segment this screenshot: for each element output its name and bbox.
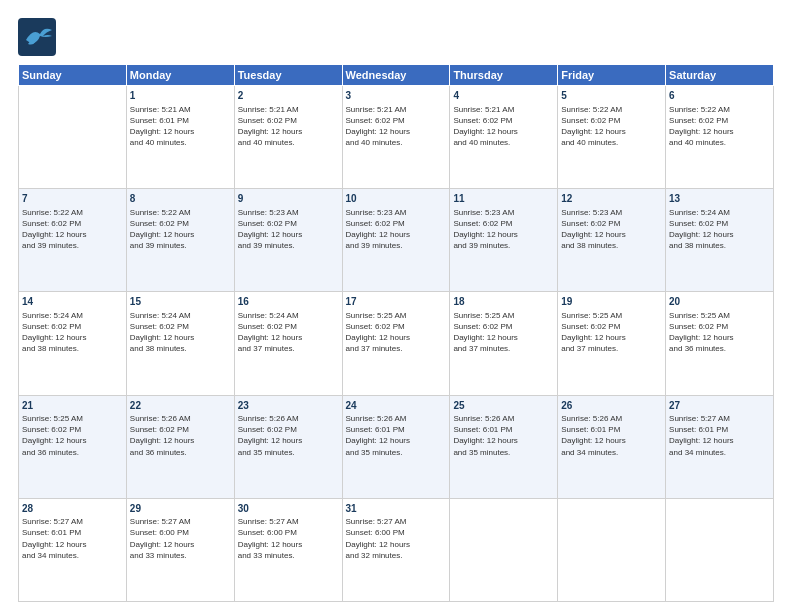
calendar-cell: 22Sunrise: 5:26 AM Sunset: 6:02 PM Dayli…	[126, 395, 234, 498]
day-number: 9	[238, 192, 339, 206]
calendar-cell: 23Sunrise: 5:26 AM Sunset: 6:02 PM Dayli…	[234, 395, 342, 498]
day-info: Sunrise: 5:24 AM Sunset: 6:02 PM Dayligh…	[238, 310, 339, 355]
calendar-cell: 6Sunrise: 5:22 AM Sunset: 6:02 PM Daylig…	[666, 86, 774, 189]
day-info: Sunrise: 5:26 AM Sunset: 6:02 PM Dayligh…	[130, 413, 231, 458]
day-info: Sunrise: 5:23 AM Sunset: 6:02 PM Dayligh…	[238, 207, 339, 252]
day-number: 18	[453, 295, 554, 309]
col-header-sunday: Sunday	[19, 65, 127, 86]
header	[18, 18, 774, 56]
calendar-cell: 7Sunrise: 5:22 AM Sunset: 6:02 PM Daylig…	[19, 189, 127, 292]
day-info: Sunrise: 5:25 AM Sunset: 6:02 PM Dayligh…	[346, 310, 447, 355]
calendar-cell: 4Sunrise: 5:21 AM Sunset: 6:02 PM Daylig…	[450, 86, 558, 189]
day-info: Sunrise: 5:24 AM Sunset: 6:02 PM Dayligh…	[22, 310, 123, 355]
calendar-cell: 19Sunrise: 5:25 AM Sunset: 6:02 PM Dayli…	[558, 292, 666, 395]
day-info: Sunrise: 5:25 AM Sunset: 6:02 PM Dayligh…	[561, 310, 662, 355]
day-number: 24	[346, 399, 447, 413]
day-number: 30	[238, 502, 339, 516]
page: SundayMondayTuesdayWednesdayThursdayFrid…	[0, 0, 792, 612]
day-number: 27	[669, 399, 770, 413]
header-row: SundayMondayTuesdayWednesdayThursdayFrid…	[19, 65, 774, 86]
day-number: 10	[346, 192, 447, 206]
day-info: Sunrise: 5:27 AM Sunset: 6:00 PM Dayligh…	[130, 516, 231, 561]
day-info: Sunrise: 5:22 AM Sunset: 6:02 PM Dayligh…	[561, 104, 662, 149]
calendar-cell: 13Sunrise: 5:24 AM Sunset: 6:02 PM Dayli…	[666, 189, 774, 292]
day-number: 5	[561, 89, 662, 103]
day-info: Sunrise: 5:21 AM Sunset: 6:01 PM Dayligh…	[130, 104, 231, 149]
day-info: Sunrise: 5:25 AM Sunset: 6:02 PM Dayligh…	[453, 310, 554, 355]
col-header-tuesday: Tuesday	[234, 65, 342, 86]
calendar-cell: 16Sunrise: 5:24 AM Sunset: 6:02 PM Dayli…	[234, 292, 342, 395]
day-number: 29	[130, 502, 231, 516]
day-info: Sunrise: 5:23 AM Sunset: 6:02 PM Dayligh…	[561, 207, 662, 252]
calendar-cell: 27Sunrise: 5:27 AM Sunset: 6:01 PM Dayli…	[666, 395, 774, 498]
calendar-cell: 8Sunrise: 5:22 AM Sunset: 6:02 PM Daylig…	[126, 189, 234, 292]
calendar-cell: 20Sunrise: 5:25 AM Sunset: 6:02 PM Dayli…	[666, 292, 774, 395]
day-number: 15	[130, 295, 231, 309]
day-number: 4	[453, 89, 554, 103]
day-info: Sunrise: 5:22 AM Sunset: 6:02 PM Dayligh…	[669, 104, 770, 149]
day-info: Sunrise: 5:25 AM Sunset: 6:02 PM Dayligh…	[669, 310, 770, 355]
day-number: 20	[669, 295, 770, 309]
day-number: 31	[346, 502, 447, 516]
calendar-cell: 30Sunrise: 5:27 AM Sunset: 6:00 PM Dayli…	[234, 498, 342, 601]
col-header-monday: Monday	[126, 65, 234, 86]
calendar-cell: 17Sunrise: 5:25 AM Sunset: 6:02 PM Dayli…	[342, 292, 450, 395]
day-info: Sunrise: 5:21 AM Sunset: 6:02 PM Dayligh…	[453, 104, 554, 149]
day-info: Sunrise: 5:23 AM Sunset: 6:02 PM Dayligh…	[453, 207, 554, 252]
day-info: Sunrise: 5:21 AM Sunset: 6:02 PM Dayligh…	[238, 104, 339, 149]
day-number: 25	[453, 399, 554, 413]
day-number: 14	[22, 295, 123, 309]
col-header-thursday: Thursday	[450, 65, 558, 86]
calendar-cell: 28Sunrise: 5:27 AM Sunset: 6:01 PM Dayli…	[19, 498, 127, 601]
day-number: 8	[130, 192, 231, 206]
week-row-2: 7Sunrise: 5:22 AM Sunset: 6:02 PM Daylig…	[19, 189, 774, 292]
day-number: 3	[346, 89, 447, 103]
logo-icon	[18, 18, 56, 56]
day-info: Sunrise: 5:26 AM Sunset: 6:02 PM Dayligh…	[238, 413, 339, 458]
day-info: Sunrise: 5:26 AM Sunset: 6:01 PM Dayligh…	[453, 413, 554, 458]
day-number: 23	[238, 399, 339, 413]
day-number: 26	[561, 399, 662, 413]
day-number: 6	[669, 89, 770, 103]
day-number: 28	[22, 502, 123, 516]
calendar-cell	[558, 498, 666, 601]
calendar-cell: 10Sunrise: 5:23 AM Sunset: 6:02 PM Dayli…	[342, 189, 450, 292]
calendar-cell: 3Sunrise: 5:21 AM Sunset: 6:02 PM Daylig…	[342, 86, 450, 189]
day-number: 11	[453, 192, 554, 206]
day-info: Sunrise: 5:26 AM Sunset: 6:01 PM Dayligh…	[346, 413, 447, 458]
calendar-cell: 1Sunrise: 5:21 AM Sunset: 6:01 PM Daylig…	[126, 86, 234, 189]
day-info: Sunrise: 5:25 AM Sunset: 6:02 PM Dayligh…	[22, 413, 123, 458]
calendar-cell: 26Sunrise: 5:26 AM Sunset: 6:01 PM Dayli…	[558, 395, 666, 498]
calendar-body: 1Sunrise: 5:21 AM Sunset: 6:01 PM Daylig…	[19, 86, 774, 602]
day-info: Sunrise: 5:27 AM Sunset: 6:00 PM Dayligh…	[238, 516, 339, 561]
logo	[18, 18, 60, 56]
calendar-cell: 14Sunrise: 5:24 AM Sunset: 6:02 PM Dayli…	[19, 292, 127, 395]
week-row-5: 28Sunrise: 5:27 AM Sunset: 6:01 PM Dayli…	[19, 498, 774, 601]
calendar-cell: 24Sunrise: 5:26 AM Sunset: 6:01 PM Dayli…	[342, 395, 450, 498]
day-number: 1	[130, 89, 231, 103]
day-number: 19	[561, 295, 662, 309]
day-info: Sunrise: 5:27 AM Sunset: 6:01 PM Dayligh…	[22, 516, 123, 561]
day-info: Sunrise: 5:22 AM Sunset: 6:02 PM Dayligh…	[130, 207, 231, 252]
day-number: 17	[346, 295, 447, 309]
day-info: Sunrise: 5:27 AM Sunset: 6:00 PM Dayligh…	[346, 516, 447, 561]
day-number: 22	[130, 399, 231, 413]
calendar-cell: 25Sunrise: 5:26 AM Sunset: 6:01 PM Dayli…	[450, 395, 558, 498]
calendar-cell: 2Sunrise: 5:21 AM Sunset: 6:02 PM Daylig…	[234, 86, 342, 189]
day-number: 13	[669, 192, 770, 206]
day-info: Sunrise: 5:24 AM Sunset: 6:02 PM Dayligh…	[130, 310, 231, 355]
calendar-cell: 11Sunrise: 5:23 AM Sunset: 6:02 PM Dayli…	[450, 189, 558, 292]
day-info: Sunrise: 5:21 AM Sunset: 6:02 PM Dayligh…	[346, 104, 447, 149]
col-header-friday: Friday	[558, 65, 666, 86]
calendar-cell	[666, 498, 774, 601]
day-number: 16	[238, 295, 339, 309]
calendar-cell: 31Sunrise: 5:27 AM Sunset: 6:00 PM Dayli…	[342, 498, 450, 601]
week-row-4: 21Sunrise: 5:25 AM Sunset: 6:02 PM Dayli…	[19, 395, 774, 498]
col-header-wednesday: Wednesday	[342, 65, 450, 86]
calendar-table: SundayMondayTuesdayWednesdayThursdayFrid…	[18, 64, 774, 602]
calendar-cell: 5Sunrise: 5:22 AM Sunset: 6:02 PM Daylig…	[558, 86, 666, 189]
calendar-cell: 21Sunrise: 5:25 AM Sunset: 6:02 PM Dayli…	[19, 395, 127, 498]
calendar-cell: 15Sunrise: 5:24 AM Sunset: 6:02 PM Dayli…	[126, 292, 234, 395]
day-number: 12	[561, 192, 662, 206]
calendar-cell: 12Sunrise: 5:23 AM Sunset: 6:02 PM Dayli…	[558, 189, 666, 292]
